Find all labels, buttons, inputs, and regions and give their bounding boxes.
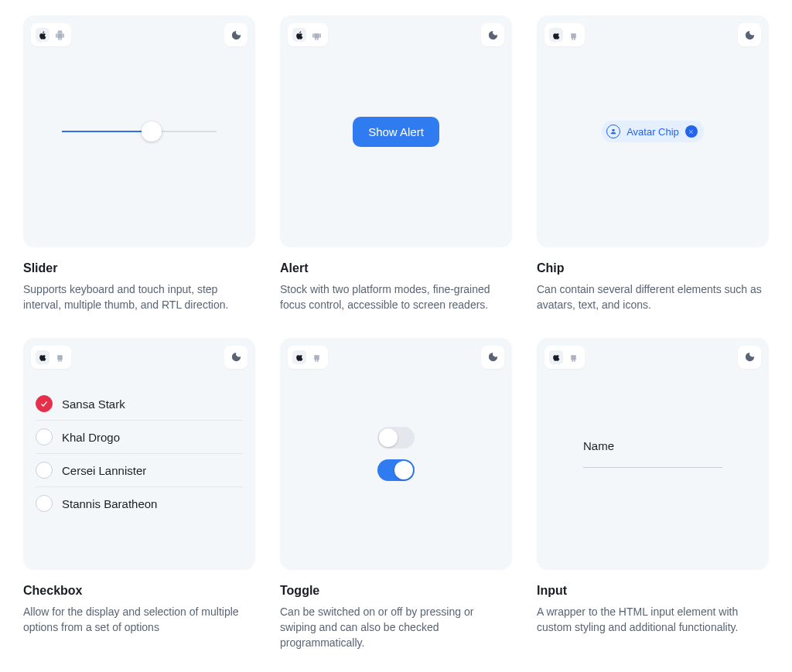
slider-component: Slider Supports keyboard and touch input…	[23, 15, 255, 313]
checkbox-card: Sansa Stark Khal Drogo Cersei Lannister …	[23, 338, 255, 570]
chip-component: Avatar Chip Chip Can contain several dif…	[537, 15, 769, 313]
checkbox-label: Stannis Baratheon	[62, 497, 157, 510]
dark-mode-toggle[interactable]	[224, 346, 248, 369]
alert-card: Show Alert	[280, 15, 512, 247]
name-input[interactable]	[583, 454, 722, 468]
dark-mode-toggle[interactable]	[481, 346, 504, 369]
name-input-wrap: Name	[583, 439, 722, 468]
toggle-off[interactable]	[377, 427, 415, 449]
list-item[interactable]: Sansa Stark	[36, 387, 243, 421]
show-alert-button[interactable]: Show Alert	[353, 117, 439, 147]
platform-switch[interactable]	[31, 23, 71, 46]
list-item[interactable]: Stannis Baratheon	[36, 487, 243, 520]
close-icon	[688, 128, 695, 135]
toggle-knob	[394, 461, 413, 479]
checkbox-label: Cersei Lannister	[62, 464, 146, 477]
alert-component: Show Alert Alert Stock with two platform…	[280, 15, 512, 313]
apple-icon[interactable]	[36, 28, 50, 42]
chip-title: Chip	[537, 261, 769, 275]
checkbox-label: Sansa Stark	[62, 397, 125, 411]
moon-icon	[230, 29, 242, 41]
dark-mode-toggle[interactable]	[224, 23, 248, 46]
toggle-desc: Can be switched on or off by pressing or…	[280, 604, 512, 651]
chip-label: Avatar Chip	[626, 126, 679, 138]
alert-desc: Stock with two platform modes, fine-grai…	[280, 281, 512, 313]
moon-icon	[744, 29, 756, 41]
component-grid: Slider Supports keyboard and touch input…	[23, 15, 769, 650]
alert-title: Alert	[280, 261, 512, 275]
apple-icon[interactable]	[549, 350, 563, 364]
input-title: Input	[537, 584, 769, 598]
slider-fill	[62, 131, 152, 132]
android-icon[interactable]	[53, 350, 67, 364]
toggle-component: Toggle Can be switched on or off by pres…	[280, 338, 512, 651]
android-icon[interactable]	[309, 28, 323, 42]
slider-track[interactable]	[62, 131, 217, 132]
toggle-stack	[377, 427, 415, 481]
toggle-on[interactable]	[377, 459, 415, 481]
android-icon[interactable]	[53, 28, 67, 42]
moon-icon	[487, 29, 499, 41]
toggle-title: Toggle	[280, 584, 512, 598]
platform-switch[interactable]	[31, 346, 71, 369]
android-icon[interactable]	[566, 350, 580, 364]
checkbox-list: Sansa Stark Khal Drogo Cersei Lannister …	[31, 387, 248, 520]
checkbox-unchecked[interactable]	[36, 428, 53, 445]
dark-mode-toggle[interactable]	[738, 346, 761, 369]
moon-icon	[487, 351, 499, 363]
apple-icon[interactable]	[292, 350, 306, 364]
input-desc: A wrapper to the HTML input element with…	[537, 604, 769, 636]
dark-mode-toggle[interactable]	[738, 23, 761, 46]
chip-desc: Can contain several different elements s…	[537, 281, 769, 313]
apple-icon[interactable]	[549, 28, 563, 42]
slider-desc: Supports keyboard and touch input, step …	[23, 281, 255, 313]
moon-icon	[230, 351, 242, 363]
toggle-card	[280, 338, 512, 570]
checkbox-unchecked[interactable]	[36, 495, 53, 512]
apple-icon[interactable]	[36, 350, 50, 364]
list-item[interactable]: Khal Drogo	[36, 421, 243, 454]
slider-card	[23, 15, 255, 247]
platform-switch[interactable]	[544, 23, 585, 46]
slider-thumb[interactable]	[142, 121, 162, 142]
checkbox-component: Sansa Stark Khal Drogo Cersei Lannister …	[23, 338, 255, 651]
apple-icon[interactable]	[292, 28, 306, 42]
check-icon	[39, 399, 49, 408]
checkbox-checked[interactable]	[36, 395, 53, 412]
checkbox-unchecked[interactable]	[36, 462, 53, 479]
moon-icon	[744, 351, 756, 363]
checkbox-label: Khal Drogo	[62, 431, 120, 444]
android-icon[interactable]	[309, 350, 323, 364]
platform-switch[interactable]	[288, 23, 328, 46]
avatar-chip[interactable]: Avatar Chip	[602, 121, 704, 142]
input-label: Name	[583, 439, 722, 452]
toggle-knob	[379, 428, 398, 447]
avatar-icon	[606, 125, 620, 138]
list-item[interactable]: Cersei Lannister	[36, 454, 243, 487]
input-card: Name	[537, 338, 769, 570]
chip-close[interactable]	[685, 125, 698, 138]
slider-title: Slider	[23, 261, 255, 275]
checkbox-title: Checkbox	[23, 584, 255, 598]
dark-mode-toggle[interactable]	[481, 23, 504, 46]
svg-point-0	[612, 129, 614, 131]
android-icon[interactable]	[566, 28, 580, 42]
platform-switch[interactable]	[544, 346, 585, 369]
chip-card: Avatar Chip	[537, 15, 769, 247]
input-component: Name Input A wrapper to the HTML input e…	[537, 338, 769, 651]
checkbox-desc: Allow for the display and selection of m…	[23, 604, 255, 636]
platform-switch[interactable]	[288, 346, 328, 369]
